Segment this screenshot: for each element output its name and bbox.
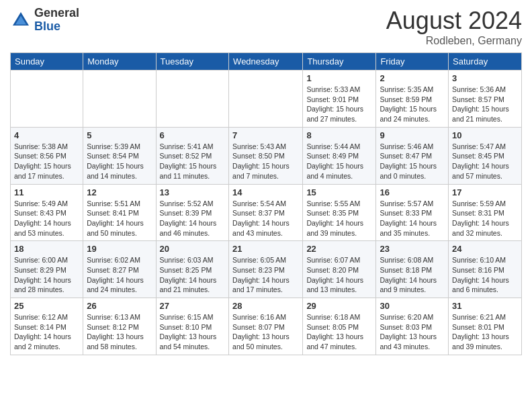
day-number: 4 bbox=[14, 130, 79, 140]
day-number: 13 bbox=[160, 187, 226, 197]
calendar-cell: 6Sunrise: 5:41 AM Sunset: 8:52 PM Daylig… bbox=[156, 127, 229, 184]
day-info: Sunrise: 5:54 AM Sunset: 8:37 PM Dayligh… bbox=[232, 199, 299, 238]
day-info: Sunrise: 6:21 AM Sunset: 8:01 PM Dayligh… bbox=[452, 312, 518, 352]
day-number: 20 bbox=[160, 244, 226, 254]
logo-blue: Blue bbox=[34, 20, 79, 34]
calendar-cell: 28Sunrise: 6:16 AM Sunset: 8:07 PM Dayli… bbox=[229, 298, 303, 355]
logo: General Blue bbox=[10, 7, 79, 34]
title-area: August 2024 Rodleben, Germany bbox=[386, 7, 522, 47]
day-number: 8 bbox=[306, 130, 372, 140]
day-number: 7 bbox=[232, 130, 299, 140]
day-number: 15 bbox=[306, 187, 372, 197]
day-number: 17 bbox=[452, 187, 518, 197]
calendar-cell: 19Sunrise: 6:02 AM Sunset: 8:27 PM Dayli… bbox=[83, 241, 156, 298]
calendar-header-row: SundayMondayTuesdayWednesdayThursdayFrid… bbox=[11, 53, 522, 71]
day-info: Sunrise: 5:44 AM Sunset: 8:49 PM Dayligh… bbox=[306, 142, 372, 181]
calendar-cell: 26Sunrise: 6:13 AM Sunset: 8:12 PM Dayli… bbox=[83, 298, 156, 355]
calendar-cell: 8Sunrise: 5:44 AM Sunset: 8:49 PM Daylig… bbox=[303, 127, 376, 184]
calendar-cell: 29Sunrise: 6:18 AM Sunset: 8:05 PM Dayli… bbox=[303, 298, 376, 355]
calendar-cell: 9Sunrise: 5:46 AM Sunset: 8:47 PM Daylig… bbox=[376, 127, 449, 184]
day-number: 25 bbox=[14, 301, 79, 311]
calendar: SundayMondayTuesdayWednesdayThursdayFrid… bbox=[10, 52, 522, 355]
calendar-cell: 3Sunrise: 5:36 AM Sunset: 8:57 PM Daylig… bbox=[449, 71, 522, 128]
day-info: Sunrise: 6:05 AM Sunset: 8:23 PM Dayligh… bbox=[232, 255, 299, 295]
day-number: 10 bbox=[452, 130, 518, 140]
day-number: 29 bbox=[306, 301, 372, 311]
day-number: 28 bbox=[232, 301, 299, 311]
day-info: Sunrise: 6:07 AM Sunset: 8:20 PM Dayligh… bbox=[306, 255, 372, 295]
calendar-cell: 16Sunrise: 5:57 AM Sunset: 8:33 PM Dayli… bbox=[376, 184, 449, 241]
calendar-cell: 24Sunrise: 6:10 AM Sunset: 8:16 PM Dayli… bbox=[449, 241, 522, 298]
weekday-header: Friday bbox=[376, 53, 449, 71]
day-info: Sunrise: 6:08 AM Sunset: 8:18 PM Dayligh… bbox=[380, 255, 445, 295]
day-number: 6 bbox=[160, 130, 226, 140]
weekday-header: Sunday bbox=[11, 53, 83, 71]
calendar-cell: 25Sunrise: 6:12 AM Sunset: 8:14 PM Dayli… bbox=[11, 298, 83, 355]
day-number: 27 bbox=[160, 301, 226, 311]
day-number: 22 bbox=[306, 244, 372, 254]
day-info: Sunrise: 5:49 AM Sunset: 8:43 PM Dayligh… bbox=[14, 199, 79, 238]
calendar-cell bbox=[156, 71, 229, 128]
calendar-cell: 14Sunrise: 5:54 AM Sunset: 8:37 PM Dayli… bbox=[229, 184, 303, 241]
day-info: Sunrise: 6:15 AM Sunset: 8:10 PM Dayligh… bbox=[160, 312, 226, 352]
location: Rodleben, Germany bbox=[386, 35, 522, 47]
calendar-cell: 13Sunrise: 5:52 AM Sunset: 8:39 PM Dayli… bbox=[156, 184, 229, 241]
day-info: Sunrise: 5:38 AM Sunset: 8:56 PM Dayligh… bbox=[14, 142, 79, 181]
day-number: 18 bbox=[14, 244, 79, 254]
weekday-header: Wednesday bbox=[229, 53, 303, 71]
day-info: Sunrise: 6:10 AM Sunset: 8:16 PM Dayligh… bbox=[452, 255, 518, 295]
day-info: Sunrise: 6:12 AM Sunset: 8:14 PM Dayligh… bbox=[14, 312, 79, 352]
calendar-cell: 17Sunrise: 5:59 AM Sunset: 8:31 PM Dayli… bbox=[449, 184, 522, 241]
day-number: 31 bbox=[452, 301, 518, 311]
calendar-cell: 2Sunrise: 5:35 AM Sunset: 8:59 PM Daylig… bbox=[376, 71, 449, 128]
day-number: 11 bbox=[14, 187, 79, 197]
logo-text: General Blue bbox=[34, 7, 79, 34]
day-number: 30 bbox=[380, 301, 445, 311]
day-info: Sunrise: 5:52 AM Sunset: 8:39 PM Dayligh… bbox=[160, 199, 226, 238]
day-number: 3 bbox=[452, 73, 518, 83]
calendar-week-row: 11Sunrise: 5:49 AM Sunset: 8:43 PM Dayli… bbox=[11, 184, 522, 241]
page-header: General Blue August 2024 Rodleben, Germa… bbox=[10, 7, 522, 47]
day-number: 24 bbox=[452, 244, 518, 254]
calendar-cell: 20Sunrise: 6:03 AM Sunset: 8:25 PM Dayli… bbox=[156, 241, 229, 298]
day-info: Sunrise: 5:55 AM Sunset: 8:35 PM Dayligh… bbox=[306, 199, 372, 238]
calendar-week-row: 18Sunrise: 6:00 AM Sunset: 8:29 PM Dayli… bbox=[11, 241, 522, 298]
calendar-week-row: 1Sunrise: 5:33 AM Sunset: 9:01 PM Daylig… bbox=[11, 71, 522, 128]
day-number: 21 bbox=[232, 244, 299, 254]
weekday-header: Tuesday bbox=[156, 53, 229, 71]
day-number: 9 bbox=[380, 130, 445, 140]
calendar-cell bbox=[11, 71, 83, 128]
day-info: Sunrise: 5:35 AM Sunset: 8:59 PM Dayligh… bbox=[380, 85, 445, 124]
day-info: Sunrise: 6:13 AM Sunset: 8:12 PM Dayligh… bbox=[87, 312, 152, 352]
weekday-header: Thursday bbox=[303, 53, 376, 71]
day-info: Sunrise: 6:00 AM Sunset: 8:29 PM Dayligh… bbox=[14, 255, 79, 295]
calendar-cell: 7Sunrise: 5:43 AM Sunset: 8:50 PM Daylig… bbox=[229, 127, 303, 184]
calendar-cell: 23Sunrise: 6:08 AM Sunset: 8:18 PM Dayli… bbox=[376, 241, 449, 298]
day-info: Sunrise: 5:46 AM Sunset: 8:47 PM Dayligh… bbox=[380, 142, 445, 181]
day-number: 2 bbox=[380, 73, 445, 83]
calendar-cell: 31Sunrise: 6:21 AM Sunset: 8:01 PM Dayli… bbox=[449, 298, 522, 355]
calendar-cell: 11Sunrise: 5:49 AM Sunset: 8:43 PM Dayli… bbox=[11, 184, 83, 241]
day-info: Sunrise: 5:47 AM Sunset: 8:45 PM Dayligh… bbox=[452, 142, 518, 181]
logo-icon bbox=[10, 9, 32, 31]
calendar-week-row: 25Sunrise: 6:12 AM Sunset: 8:14 PM Dayli… bbox=[11, 298, 522, 355]
weekday-header: Monday bbox=[83, 53, 156, 71]
day-info: Sunrise: 5:41 AM Sunset: 8:52 PM Dayligh… bbox=[160, 142, 226, 181]
weekday-header: Saturday bbox=[449, 53, 522, 71]
day-info: Sunrise: 6:16 AM Sunset: 8:07 PM Dayligh… bbox=[232, 312, 299, 352]
calendar-cell: 5Sunrise: 5:39 AM Sunset: 8:54 PM Daylig… bbox=[83, 127, 156, 184]
calendar-cell: 15Sunrise: 5:55 AM Sunset: 8:35 PM Dayli… bbox=[303, 184, 376, 241]
day-info: Sunrise: 5:43 AM Sunset: 8:50 PM Dayligh… bbox=[232, 142, 299, 181]
day-number: 14 bbox=[232, 187, 299, 197]
day-number: 23 bbox=[380, 244, 445, 254]
day-info: Sunrise: 5:36 AM Sunset: 8:57 PM Dayligh… bbox=[452, 85, 518, 124]
calendar-cell: 4Sunrise: 5:38 AM Sunset: 8:56 PM Daylig… bbox=[11, 127, 83, 184]
calendar-cell bbox=[83, 71, 156, 128]
calendar-cell: 27Sunrise: 6:15 AM Sunset: 8:10 PM Dayli… bbox=[156, 298, 229, 355]
day-info: Sunrise: 5:59 AM Sunset: 8:31 PM Dayligh… bbox=[452, 199, 518, 238]
day-info: Sunrise: 5:51 AM Sunset: 8:41 PM Dayligh… bbox=[87, 199, 152, 238]
day-number: 26 bbox=[87, 301, 152, 311]
day-number: 16 bbox=[380, 187, 445, 197]
day-number: 5 bbox=[87, 130, 152, 140]
calendar-cell: 21Sunrise: 6:05 AM Sunset: 8:23 PM Dayli… bbox=[229, 241, 303, 298]
